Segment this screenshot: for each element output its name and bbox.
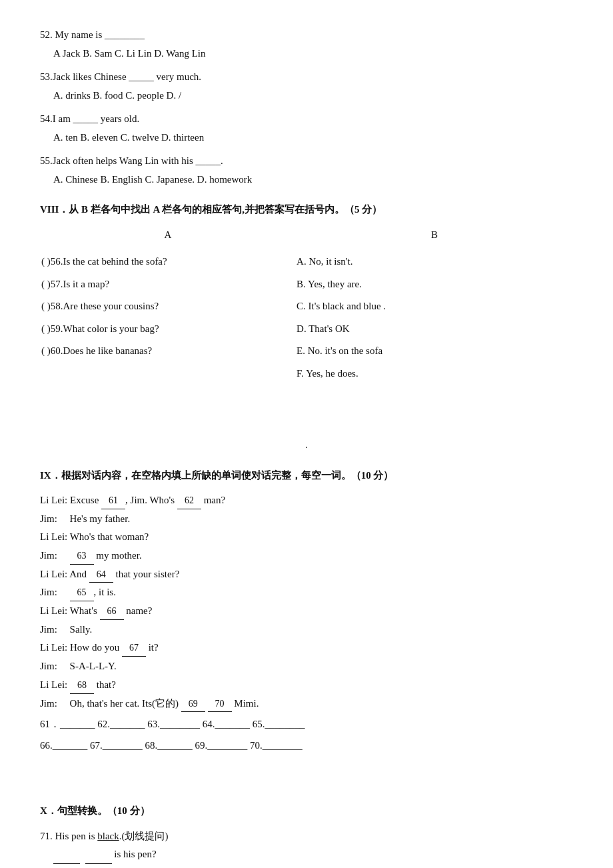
speaker-jim-3: Jim: <box>40 587 70 597</box>
q55-options: A. Chinese B. English C. Japanese. D. ho… <box>53 171 573 189</box>
blank-69: 69 <box>181 696 205 713</box>
col-a-item-3: ( )58.Are these your cousins? <box>41 296 295 317</box>
q71-stem: 71. His pen is black.(划线提问) <box>40 828 573 845</box>
matching-table: ( )56.Is the cat behind the sofa? A. No,… <box>40 250 573 385</box>
text-1b: man? <box>201 495 225 505</box>
dialog-line-1: Li Lei: Excuse 61, Jim. Who's 62 man? <box>40 492 573 509</box>
q52-stem: 52. My name is ________ <box>40 27 573 44</box>
blank-68: 68 <box>70 677 94 694</box>
col-b-item-6: F. Yes, he does. <box>297 363 572 385</box>
blank-q71-1 <box>53 846 80 864</box>
col-a-header: A <box>40 227 296 244</box>
paren-57: ( ) <box>41 279 51 289</box>
answers-row-2: 66._______ 67.________ 68._______ 69.___… <box>40 737 573 755</box>
col-b-item-5: E. No. it's on the sofa <box>297 341 572 362</box>
speaker-jim-2: Jim: <box>40 550 70 561</box>
speaker-lilei-1: Li Lei: Excuse <box>40 495 101 505</box>
q52-options: A Jack B. Sam C. Li Lin D. Wang Lin <box>53 45 573 63</box>
q53-stem: 53.Jack likes Chinese _____ very much. <box>40 69 573 86</box>
col-b-item-2: B. Yes, they are. <box>297 274 572 295</box>
text-11: that? <box>94 679 116 690</box>
speaker-lilei-2: Li Lei: Who's that woman? <box>40 531 149 542</box>
text-6: , it is. <box>94 587 116 597</box>
blank-q71-2 <box>85 846 112 864</box>
col-a-item-4: ( )59.What color is your bag? <box>41 319 295 340</box>
text-5: that your sister? <box>113 569 180 579</box>
col-a-item-5: ( )60.Does he like bananas? <box>41 341 295 362</box>
col-a-item-empty <box>41 363 295 385</box>
dialog-line-2: Jim: He's my father. <box>40 511 573 528</box>
dialog-line-10: Jim: S-A-L-L-Y. <box>40 658 573 675</box>
q54-stem: 54.I am _____ years old. <box>40 111 573 128</box>
col-b-item-3: C. It's black and blue . <box>297 296 572 317</box>
dialog-line-9: Li Lei: How do you 67 it? <box>40 639 573 657</box>
table-row: ( )57.Is it a map? B. Yes, they are. <box>41 274 572 295</box>
speaker-jim-5: Jim: S-A-L-L-Y. <box>40 661 117 671</box>
dialog-line-12: Jim: Oh, that's her cat. Its(它的) 69 70 M… <box>40 695 573 713</box>
speaker-jim-6: Jim: Oh, that's her cat. Its(它的) <box>40 698 181 709</box>
col-b-header: B <box>296 227 573 244</box>
dialog-line-5: Li Lei: And 64 that your sister? <box>40 566 573 583</box>
dialog-line-3: Li Lei: Who's that woman? <box>40 529 573 546</box>
dialog-line-7: Li Lei: What's 66 name? <box>40 603 573 620</box>
paren-58: ( ) <box>41 301 51 311</box>
blank-66: 66 <box>100 603 124 620</box>
col-a-item-2: ( )57.Is it a map? <box>41 274 295 295</box>
dialog-line-11: Li Lei: 68 that? <box>40 677 573 694</box>
paren-56: ( ) <box>41 256 51 267</box>
dialog-line-6: Jim: 65, it is. <box>40 584 573 601</box>
table-row: ( )58.Are these your cousins? C. It's bl… <box>41 296 572 317</box>
col-b-item-1: A. No, it isn't. <box>297 251 572 273</box>
speaker-jim-1: Jim: He's my father. <box>40 513 130 524</box>
dialog-line-4: Jim: 63 my mother. <box>40 547 573 565</box>
blank-67: 67 <box>122 640 146 657</box>
table-row: ( )59.What color is your bag? D. That's … <box>41 319 572 340</box>
section8-header: VIII．从 B 栏各句中找出 A 栏各句的相应答句,并把答案写在括号内。（5 … <box>40 201 573 219</box>
speaker-lilei-6: Li Lei: <box>40 679 70 690</box>
section10-header: X．句型转换。（10 分） <box>40 803 573 820</box>
paren-59: ( ) <box>41 323 51 334</box>
col-b-item-4: D. That's OK <box>297 319 572 340</box>
dialog-line-8: Jim: Sally. <box>40 621 573 639</box>
blank-62: 62 <box>177 493 201 509</box>
speaker-jim-4: Jim: Sally. <box>40 624 92 635</box>
text-1: , Jim. Who's <box>125 495 177 505</box>
blank-61: 61 <box>101 493 125 509</box>
q54-options: A. ten B. eleven C. twelve D. thirteen <box>53 129 573 147</box>
table-row: ( )56.Is the cat behind the sofa? A. No,… <box>41 251 572 273</box>
text-9: it? <box>146 642 159 653</box>
text-4: my mother. <box>94 550 142 561</box>
q71-underline: black <box>97 831 119 841</box>
paren-60: ( ) <box>41 345 51 356</box>
answers-row-1: 61．_______ 62._______ 63.________ 64.___… <box>40 716 573 733</box>
col-a-item-1: ( )56.Is the cat behind the sofa? <box>41 251 295 273</box>
table-row: F. Yes, he does. <box>41 363 572 385</box>
blank-70: 70 <box>208 696 232 713</box>
speaker-lilei-4: Li Lei: What's <box>40 605 100 616</box>
table-row: ( )60.Does he like bananas? E. No. it's … <box>41 341 572 362</box>
text-12b: Mimi. <box>232 698 259 709</box>
blank-65: 65 <box>70 585 94 601</box>
section9-header: IX．根据对话内容，在空格内填上所缺的单词使对话完整，每空一词。（10 分） <box>40 467 573 485</box>
text-7: name? <box>124 605 153 616</box>
blank-63: 63 <box>70 548 94 565</box>
dot-separator: . <box>40 437 573 454</box>
speaker-lilei-5: Li Lei: How do you <box>40 642 122 653</box>
q55-stem: 55.Jack often helps Wang Lin with his __… <box>40 153 573 170</box>
q71-answer: is his pen? <box>53 846 573 864</box>
blank-64: 64 <box>89 567 113 583</box>
q53-options: A. drinks B. food C. people D. / <box>53 87 573 105</box>
speaker-lilei-3: Li Lei: And <box>40 569 89 579</box>
